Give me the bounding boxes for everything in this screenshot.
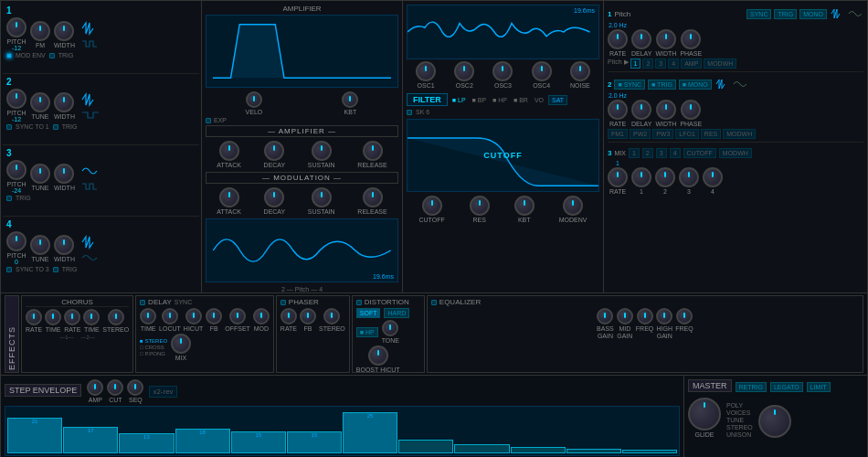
osc3-width-knob[interactable]: [54, 164, 74, 184]
filter-lp-btn[interactable]: ■ LP: [450, 96, 468, 104]
step-bar-12[interactable]: [622, 450, 677, 453]
lfo2-width-knob[interactable]: [656, 100, 676, 120]
step-bar-5[interactable]: 15: [231, 431, 286, 454]
step-bar-11[interactable]: [566, 449, 621, 453]
lfo1-route-4[interactable]: 4: [668, 58, 679, 69]
chorus-rate2-knob[interactable]: [64, 309, 80, 325]
osc1-trig-led[interactable]: [49, 53, 55, 58]
phaser-stereo-knob[interactable]: [323, 308, 340, 324]
delay-time-knob[interactable]: [140, 308, 156, 324]
phaser-fb-knob[interactable]: [300, 308, 316, 324]
lfo2-fm1[interactable]: FM1: [608, 129, 628, 139]
lfo2-rate-knob[interactable]: [608, 100, 628, 120]
osc3-trig-led[interactable]: [6, 196, 12, 201]
amp-exp-led[interactable]: [206, 118, 211, 123]
mod-release-knob[interactable]: [363, 187, 383, 207]
step-bar-2[interactable]: 17: [63, 427, 118, 453]
chorus-stereo-knob[interactable]: [108, 309, 124, 325]
lfo3-mix4-knob[interactable]: [703, 167, 723, 187]
osc4-waveform-selector[interactable]: [80, 235, 102, 262]
lfo1-route-modwh[interactable]: MODWH: [704, 58, 736, 69]
distortion-led[interactable]: [356, 300, 362, 305]
delay-mod-knob[interactable]: [253, 308, 270, 324]
eq-mid-gain-knob[interactable]: [617, 308, 633, 324]
step-bar-8[interactable]: [398, 440, 453, 453]
chorus-time1-knob[interactable]: [45, 309, 61, 325]
lfo2-delay-knob[interactable]: [631, 100, 651, 120]
osc2-width-knob[interactable]: [54, 92, 74, 112]
lfo1-phase-knob[interactable]: [681, 29, 701, 49]
filter-br-btn[interactable]: ■ BR: [512, 96, 530, 104]
step-bar-9[interactable]: [454, 444, 509, 453]
step-env-seq-knob[interactable]: [127, 379, 143, 396]
lfo2-modwh[interactable]: MODWH: [723, 129, 756, 139]
lfo3-rate-knob[interactable]: [608, 167, 628, 187]
step-bar-4[interactable]: 18: [175, 429, 230, 453]
lfo3-route-cutoff[interactable]: CUTOFF: [683, 148, 716, 158]
lfo2-pw2[interactable]: PW2: [630, 129, 651, 139]
lfo3-route-1[interactable]: 1: [629, 148, 640, 158]
eq-high-freq-knob[interactable]: [676, 308, 693, 324]
distortion-hard-btn[interactable]: HARD: [384, 308, 409, 318]
amp-release-knob[interactable]: [363, 141, 383, 161]
osc4-led[interactable]: [6, 267, 12, 272]
amp-velo-knob[interactable]: [246, 91, 262, 108]
lfo3-mix1-knob[interactable]: [631, 167, 651, 187]
osc2-trig-led[interactable]: [53, 124, 58, 130]
osc1-mix-knob[interactable]: [416, 61, 436, 81]
lfo1-rate-knob[interactable]: [608, 29, 628, 49]
osc3-mix-knob[interactable]: [492, 61, 513, 81]
filter-kbt-knob[interactable]: [514, 196, 535, 216]
osc3-pitch-knob[interactable]: [6, 160, 26, 180]
lfo3-mix2-knob[interactable]: [655, 167, 675, 187]
osc2-pitch-knob[interactable]: [6, 89, 26, 109]
lfo1-route-3[interactable]: 3: [655, 58, 666, 69]
lfo1-route-amp[interactable]: AMP: [681, 58, 702, 69]
amp-sustain-knob[interactable]: [312, 141, 332, 161]
filter-cutoff-knob[interactable]: [422, 196, 442, 216]
filter-res-knob[interactable]: [470, 196, 490, 216]
eq-high-gain-knob[interactable]: [656, 308, 672, 324]
osc4-mix-knob[interactable]: [532, 61, 552, 81]
osc1-width-knob[interactable]: [54, 21, 74, 41]
amp-kbt-knob[interactable]: [342, 91, 358, 108]
osc4-trig-led[interactable]: [53, 267, 58, 272]
lfo2-lfo1[interactable]: LFO1: [675, 129, 699, 139]
osc1-pitch-knob[interactable]: [6, 17, 26, 37]
amp-decay-knob[interactable]: [264, 141, 284, 161]
lfo3-route-3[interactable]: 3: [656, 148, 667, 158]
filter-hp-btn[interactable]: ■ HP: [491, 96, 509, 104]
step-x2rev-label[interactable]: x2-rev: [149, 386, 176, 398]
delay-hicut-knob[interactable]: [185, 308, 202, 324]
delay-fb-knob[interactable]: [206, 308, 222, 324]
step-bar-3[interactable]: 13: [119, 433, 174, 453]
delay-offset-knob[interactable]: [229, 308, 246, 324]
step-env-cut-knob[interactable]: [107, 379, 123, 396]
master-limit-btn[interactable]: LIMIT: [807, 382, 831, 392]
lfo1-mono-btn[interactable]: MONO: [799, 9, 827, 19]
eq-mid-freq-knob[interactable]: [637, 308, 653, 324]
distortion-tone-knob[interactable]: [382, 320, 398, 336]
lfo2-pw3[interactable]: PW3: [652, 129, 673, 139]
filter-bp-btn[interactable]: ■ BP: [471, 96, 489, 104]
delay-led[interactable]: [140, 300, 145, 305]
equalizer-led[interactable]: [431, 300, 437, 305]
delay-mix-knob[interactable]: [171, 334, 191, 354]
lfo3-mix3-knob[interactable]: [679, 167, 699, 187]
lfo3-route-modwh[interactable]: MODWH: [719, 148, 752, 158]
step-bar-1[interactable]: 21: [7, 418, 62, 453]
lfo3-route-4[interactable]: 4: [670, 148, 681, 158]
osc1-fm-knob[interactable]: [30, 21, 50, 41]
phaser-rate-knob[interactable]: [281, 308, 297, 324]
chorus-rate1-knob[interactable]: [26, 309, 42, 325]
mod-sustain-knob[interactable]: [312, 187, 332, 207]
lfo2-phase-knob[interactable]: [681, 100, 701, 120]
chorus-time2-knob[interactable]: [83, 309, 100, 325]
osc4-pitch-knob[interactable]: [6, 231, 26, 251]
filter-sk6-led[interactable]: [407, 110, 412, 115]
lfo1-sync-btn[interactable]: SYNC: [746, 9, 771, 19]
delay-locut-knob[interactable]: [162, 308, 178, 324]
filter-sat-btn[interactable]: SAT: [548, 95, 567, 105]
osc1-waveform-selector[interactable]: [80, 21, 102, 48]
osc4-width-knob[interactable]: [54, 235, 74, 255]
